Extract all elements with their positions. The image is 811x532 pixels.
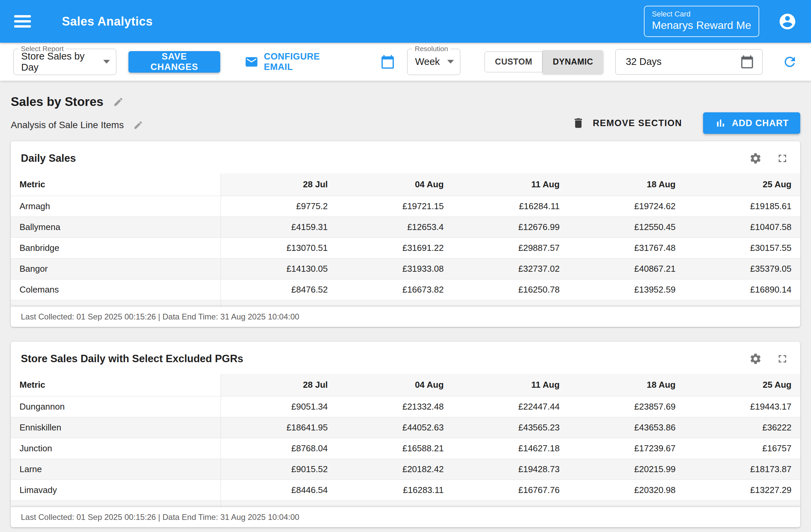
card-selector[interactable]: Select Card Menarys Reward Me <box>644 6 759 37</box>
store-name-cell: Lisburn <box>11 500 220 507</box>
sales-value-cell: £13070.51 <box>220 238 337 258</box>
fullscreen-icon[interactable] <box>776 152 789 165</box>
column-header: 25 Aug <box>684 173 800 196</box>
sales-value-cell: £35379.05 <box>684 258 800 279</box>
column-header: 18 Aug <box>568 374 684 396</box>
store-name-cell: Junction <box>11 438 220 459</box>
sales-value-cell: £25472.05 <box>337 500 453 507</box>
column-header: Metric <box>11 374 220 396</box>
sales-value-cell: £19352.58 <box>220 500 337 507</box>
table-row: Enniskillen£18641.95£44052.63£43565.23£4… <box>11 417 800 438</box>
sales-value-cell: £16673.82 <box>337 279 453 300</box>
store-name-cell: Armagh <box>11 196 220 216</box>
card-selector-value: Menarys Reward Me <box>652 19 751 32</box>
table-row: Bangor£14130.05£31933.08£32737.02£40867.… <box>11 258 800 279</box>
store-name-cell: Enniskillen <box>11 417 220 438</box>
sales-value-cell: £9775.2 <box>220 196 337 216</box>
section-header: Sales by Stores Analysis of Sale Line It… <box>11 81 800 141</box>
edit-subtitle-icon[interactable] <box>133 120 143 130</box>
sales-value-cell: £18444.04 <box>337 300 453 307</box>
sales-value-cell: £9409.04 <box>220 300 337 307</box>
table-row: Armagh£9775.2£19721.15£16284.11£19724.62… <box>11 196 800 216</box>
sales-value-cell: £23857.69 <box>568 396 684 417</box>
sales-value-cell: £18173.87 <box>684 459 800 480</box>
save-changes-button[interactable]: SAVE CHANGES <box>128 51 220 73</box>
sales-value-cell: £43565.23 <box>453 417 569 438</box>
sales-value-cell: £16757 <box>684 438 800 459</box>
table-row: Ballymena£4159.31£12653.4£12676.99£12550… <box>11 216 800 238</box>
sales-value-cell: £29887.57 <box>453 238 569 258</box>
sales-value-cell: £21311.7 <box>568 300 684 307</box>
sales-value-cell: £8768.04 <box>220 438 337 459</box>
gear-icon[interactable] <box>749 152 762 165</box>
sales-value-cell: £19443.17 <box>684 396 800 417</box>
mail-icon <box>244 55 259 69</box>
column-header: 04 Aug <box>337 173 453 196</box>
edit-title-icon[interactable] <box>113 96 124 107</box>
chevron-down-icon <box>447 60 454 63</box>
report-select[interactable]: Select Report Store Sales by Day <box>13 49 116 75</box>
store-name-cell: Bangor <box>11 258 220 279</box>
app-title: Sales Analytics <box>62 14 153 29</box>
sales-value-cell: £16283.11 <box>337 480 453 500</box>
table-row: Junction£8768.04£16588.21£14627.18£17239… <box>11 438 800 459</box>
sales-value-cell: £30157.55 <box>684 238 800 258</box>
calendar-icon[interactable] <box>740 55 754 69</box>
sales-value-cell: £12653.4 <box>337 216 453 238</box>
bar-chart-icon <box>715 117 726 129</box>
sales-value-cell: £21332.48 <box>337 396 453 417</box>
sales-value-cell: £40867.21 <box>568 258 684 279</box>
dynamic-toggle-button[interactable]: DYNAMIC <box>543 50 603 74</box>
calendar-icon[interactable] <box>380 55 395 69</box>
custom-toggle-button[interactable]: CUSTOM <box>485 51 543 72</box>
chevron-down-icon <box>103 60 110 63</box>
remove-section-button[interactable]: REMOVE SECTION <box>564 113 690 134</box>
sales-value-cell: £19724.62 <box>568 196 684 216</box>
table-row: Lisburn£19352.58£25472.05£22324.00£22098… <box>11 500 800 507</box>
refresh-icon[interactable] <box>782 54 798 70</box>
daily-sales-card: Daily Sales Metric <box>11 141 800 327</box>
sales-value-cell: £12676.99 <box>453 216 569 238</box>
section-subtitle: Analysis of Sale Line Items <box>11 120 124 131</box>
fullscreen-icon[interactable] <box>776 352 789 365</box>
sales-value-cell: £16250.78 <box>453 279 569 300</box>
store-name-cell: Ballymena <box>11 216 220 238</box>
sales-value-cell: £10407.58 <box>684 216 800 238</box>
column-header: 28 Jul <box>220 173 337 196</box>
duration-field[interactable]: 32 Days <box>615 49 763 75</box>
trash-icon <box>572 117 585 130</box>
store-name-cell: Colemans <box>11 279 220 300</box>
add-chart-button[interactable]: ADD CHART <box>703 112 800 134</box>
sales-value-cell: £20215.99 <box>568 459 684 480</box>
card-title: Daily Sales <box>21 152 749 165</box>
sales-value-cell: £13227.29 <box>684 480 800 500</box>
account-circle-icon[interactable] <box>778 12 797 31</box>
sales-value-cell: £19428.73 <box>453 459 569 480</box>
column-header: Metric <box>11 173 220 196</box>
sales-value-cell: £43653.86 <box>568 417 684 438</box>
menu-icon[interactable] <box>14 13 31 30</box>
sales-value-cell: £21740.52 <box>684 500 800 507</box>
gear-icon[interactable] <box>749 352 762 365</box>
sales-value-cell: £9051.34 <box>220 396 337 417</box>
card-footer: Last Collected: 01 Sep 2025 00:15:26 | D… <box>11 307 800 327</box>
resolution-select[interactable]: Resolution Week <box>407 49 460 75</box>
configure-email-button[interactable]: CONFIGURE EMAIL <box>244 51 342 72</box>
remove-section-label: REMOVE SECTION <box>593 118 682 128</box>
daily-sales-table: Metric 28 Jul 04 Aug 11 Aug 18 Aug 25 Au… <box>11 173 800 307</box>
sales-value-cell: £20182.42 <box>337 459 453 480</box>
sales-value-cell: £16890.14 <box>684 279 800 300</box>
sales-value-cell: £36222 <box>684 417 800 438</box>
table-row: Dungannon£9051.34£21332.48£22447.44£2385… <box>11 396 800 417</box>
table-header-row: Metric 28 Jul 04 Aug 11 Aug 18 Aug 25 Au… <box>11 374 800 396</box>
store-name-cell: Limavady <box>11 480 220 500</box>
sales-value-cell: £44052.63 <box>337 417 453 438</box>
column-header: 11 Aug <box>453 173 569 196</box>
report-select-label: Select Report <box>18 45 66 53</box>
sales-value-cell: £8476.52 <box>220 279 337 300</box>
sales-value-cell: £19185.61 <box>684 196 800 216</box>
resolution-select-label: Resolution <box>412 45 450 53</box>
card-footer: Last Collected: 01 Sep 2025 00:15:26 | D… <box>11 507 800 527</box>
card-title: Store Sales Daily with Select Excluded P… <box>21 353 749 365</box>
table-row: Colemans£8476.52£16673.82£16250.78£13952… <box>11 279 800 300</box>
